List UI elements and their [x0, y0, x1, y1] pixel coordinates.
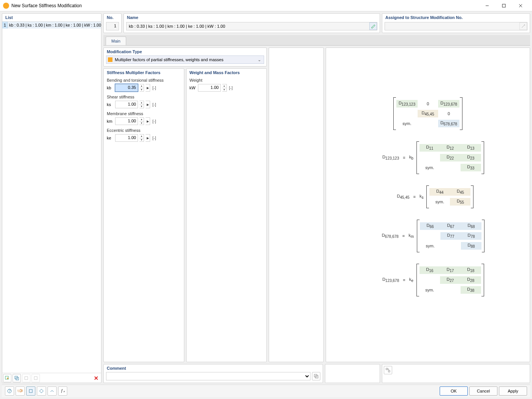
new-item-button[interactable]	[3, 374, 11, 382]
comment-header: Comment	[104, 364, 323, 372]
ke-symbol: ke	[107, 136, 114, 140]
km-more[interactable]: ▶	[146, 117, 150, 125]
km-spinner[interactable]: ▲▼	[139, 117, 144, 125]
svg-rect-9	[386, 368, 388, 370]
list-header: List	[2, 14, 101, 21]
pick-assign-button[interactable]	[519, 22, 527, 30]
svg-text:?: ?	[8, 389, 11, 393]
ke-unit: [-]	[152, 136, 156, 140]
ok-button[interactable]: OK	[440, 386, 468, 396]
kb-unit: [-]	[152, 86, 156, 90]
name-panel: Name	[124, 13, 380, 33]
view-button-3[interactable]	[48, 386, 57, 396]
tab-strip: Main	[103, 35, 530, 46]
cancel-button[interactable]: Cancel	[469, 386, 497, 396]
kw-input[interactable]: 1.00	[198, 84, 221, 92]
bottom-toolbar: ? 0.00 ƒₓ OK Cancel Apply	[2, 385, 530, 397]
preview-tool-button[interactable]	[384, 366, 392, 374]
list-item-text: kb : 0.33 | ks : 1.00 | km : 1.00 | ke :…	[8, 23, 101, 27]
modtype-header: Modification Type	[104, 48, 266, 55]
function-button[interactable]: ƒₓ	[58, 386, 67, 396]
ks-more[interactable]: ▶	[146, 101, 150, 108]
kb-more[interactable]: ▶	[146, 84, 150, 92]
number-panel: No. 1	[103, 13, 122, 33]
blank-panel	[269, 48, 324, 362]
svg-rect-14	[29, 390, 32, 393]
assigned-input[interactable]	[385, 22, 527, 30]
weight-header: Weight and Mass Factors	[187, 69, 267, 76]
view-button-2[interactable]	[37, 386, 46, 396]
weight-panel: Weight and Mass Factors Weight kW 1.00 ▲…	[186, 68, 267, 362]
edit-name-button[interactable]	[369, 22, 377, 30]
app-icon	[3, 3, 9, 9]
ks-input[interactable]: 1.00	[115, 101, 138, 108]
shear-title: Shear stiffness	[104, 93, 184, 101]
membrane-title: Membrane stiffness	[104, 110, 184, 117]
svg-text:0.00: 0.00	[18, 389, 22, 393]
apply-button[interactable]: Apply	[499, 386, 527, 396]
help-button[interactable]: ?	[5, 386, 14, 396]
km-unit: [-]	[152, 119, 156, 124]
svg-rect-4	[5, 376, 8, 379]
delete-item-button[interactable]	[92, 374, 100, 382]
preview-tools	[382, 364, 530, 383]
chevron-down-icon: ⌄	[258, 57, 262, 62]
kb-input[interactable]: 0.35	[115, 84, 138, 92]
list-panel: List 1 kb : 0.33 | ks : 1.00 | km : 1.00…	[2, 13, 101, 383]
title-bar: New Surface Stiffness Modification	[0, 0, 532, 11]
close-button[interactable]	[512, 0, 529, 11]
ks-unit: [-]	[152, 102, 156, 107]
kb-symbol: kb	[107, 86, 114, 90]
ks-spinner[interactable]: ▲▼	[139, 101, 144, 108]
modtype-panel: Modification Type Multiplier factors of …	[103, 48, 267, 66]
number-field[interactable]: 1	[106, 22, 119, 30]
toolbar-button-4[interactable]	[32, 374, 40, 382]
name-input[interactable]	[126, 22, 377, 30]
ks-symbol: ks	[107, 102, 114, 107]
stiffness-header: Stiffness Multiplier Factors	[104, 69, 184, 76]
modtype-swatch	[108, 57, 112, 62]
list-item-index: 1	[2, 22, 8, 28]
eccentric-title: Eccentric stiffness	[104, 127, 184, 134]
tab-main[interactable]: Main	[106, 36, 126, 45]
kw-unit: [-]	[229, 86, 233, 90]
comment-library-button[interactable]	[312, 372, 320, 380]
svg-rect-1	[502, 4, 505, 7]
number-header: No.	[104, 14, 121, 21]
ke-spinner[interactable]: ▲▼	[139, 134, 144, 142]
copy-item-button[interactable]	[13, 374, 21, 382]
km-input[interactable]: 1.00	[115, 117, 138, 125]
ke-input[interactable]: 1.00	[115, 134, 138, 142]
kb-spinner[interactable]: ▲▼	[139, 84, 144, 92]
comment-blank	[325, 364, 380, 383]
svg-text:ƒₓ: ƒₓ	[60, 389, 65, 393]
bending-title: Bending and torsional stiffness	[104, 76, 184, 84]
comment-panel: Comment	[103, 364, 323, 383]
modtype-select[interactable]: Multiplier factors of partial stiffnesse…	[106, 55, 264, 64]
minimize-button[interactable]	[479, 0, 496, 11]
assigned-header: Assigned to Structure Modification No.	[382, 14, 530, 21]
toolbar-button-3[interactable]	[22, 374, 30, 382]
window-title: New Surface Stiffness Modification	[11, 3, 479, 8]
view-button-1[interactable]	[26, 386, 35, 396]
svg-rect-10	[388, 370, 390, 372]
list-item[interactable]: 1 kb : 0.33 | ks : 1.00 | km : 1.00 | ke…	[2, 22, 101, 28]
kw-spinner[interactable]: ▲▼	[222, 84, 227, 92]
kw-symbol: kW	[190, 86, 196, 90]
km-symbol: km	[107, 119, 114, 124]
comment-select[interactable]	[106, 372, 310, 380]
ke-more[interactable]: ▶	[146, 134, 150, 142]
name-header: Name	[124, 14, 380, 21]
stiffness-panel: Stiffness Multiplier Factors Bending and…	[103, 68, 184, 362]
modtype-value: Multiplier factors of partial stiffnesse…	[115, 57, 255, 62]
weight-title: Weight	[187, 76, 267, 84]
formula-illustration: D123,1230D123,678D45,450sym.D678,678D123…	[326, 48, 530, 362]
maximize-button[interactable]	[496, 0, 512, 11]
assigned-panel: Assigned to Structure Modification No.	[382, 13, 530, 33]
units-button[interactable]: 0.00	[16, 386, 25, 396]
list-body[interactable]: 1 kb : 0.33 | ks : 1.00 | km : 1.00 | ke…	[2, 21, 101, 373]
